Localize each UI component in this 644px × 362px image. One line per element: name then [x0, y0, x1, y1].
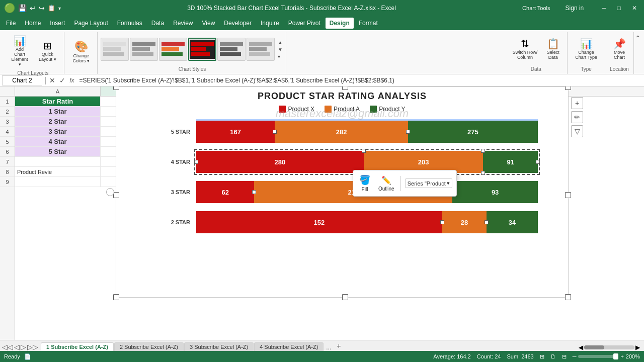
cell-a4[interactable]: 3 Star [15, 127, 101, 137]
zoom-slider[interactable] [578, 355, 618, 358]
view-page-break-button[interactable]: ⊟ [562, 353, 567, 360]
menu-power-pivot[interactable]: Power Pivot [284, 18, 325, 29]
bar-handle-4star-left[interactable] [194, 160, 198, 164]
sheet-nav-last[interactable]: ▷▷ [27, 343, 38, 351]
bar-segment-5star-y[interactable]: 275 [408, 121, 538, 143]
chart-elements-button[interactable]: + [571, 97, 583, 109]
bar-segment-4star-y[interactable]: 91 [483, 151, 538, 173]
row-num-7[interactable]: 7 [0, 157, 15, 167]
chart-style-2[interactable] [130, 38, 158, 61]
bar-segment-2star-y[interactable]: 34 [487, 211, 538, 233]
chart-handle-ml[interactable] [113, 192, 119, 198]
chart-handle-tl[interactable] [113, 86, 119, 90]
bar-handle-4star-top1[interactable] [362, 149, 366, 153]
bar-segment-4star-x[interactable]: 280 [196, 151, 364, 173]
bar-segment-2star-a[interactable]: 28 [442, 211, 487, 233]
scroll-left[interactable]: ◀ [579, 344, 583, 351]
bar-track-2star[interactable]: 152 28 34 [196, 211, 538, 233]
menu-insert[interactable]: Insert [46, 18, 69, 29]
bar-handle-2star-2[interactable] [485, 220, 489, 224]
fill-button[interactable]: 🪣 Fill [357, 173, 372, 193]
close-button[interactable]: ✕ [629, 5, 640, 12]
insert-function-icon[interactable]: fx [68, 77, 75, 84]
row-num-1[interactable]: 1 [0, 97, 15, 107]
row-num-3[interactable]: 3 [0, 117, 15, 127]
add-sheet-button[interactable]: + [334, 341, 344, 351]
change-colors-button[interactable]: 🎨 ChangeColors ▾ [69, 39, 94, 66]
chart-handle-bm[interactable] [342, 294, 348, 300]
legend-item-a[interactable]: Product A [325, 106, 360, 113]
chart-style-4[interactable] [188, 38, 216, 61]
chart-style-5[interactable] [217, 38, 246, 61]
menu-design[interactable]: Design [326, 18, 354, 29]
cell-a7[interactable] [15, 157, 101, 167]
bar-segment-5star-x[interactable]: 167 [196, 121, 275, 143]
menu-view[interactable]: View [198, 18, 219, 29]
context-popup[interactable]: 🪣 Fill ✏️ Outline Series "Product ▾ [353, 170, 457, 197]
menu-data[interactable]: Data [147, 18, 168, 29]
bar-segment-3star-x[interactable]: 62 [196, 181, 254, 203]
series-selector[interactable]: Series "Product ▾ [405, 178, 452, 188]
chart-handle-mr[interactable] [565, 192, 571, 198]
bar-handle-4star-bot2[interactable] [481, 171, 485, 175]
status-sheet-icon[interactable]: 📄 [24, 353, 31, 360]
customize-icon[interactable]: 📋 [48, 5, 55, 12]
scrollbar-track[interactable] [584, 345, 634, 349]
bar-handle-2star-1[interactable] [440, 220, 444, 224]
bar-handle-4star-right[interactable] [536, 160, 540, 164]
cell-a9[interactable] [15, 177, 101, 187]
signin-button[interactable]: Sign in [566, 5, 584, 12]
scroll-right[interactable]: ▶ [635, 344, 640, 351]
sheet-tab-3[interactable]: 3 Subscribe Excel (A-Z) [184, 342, 254, 351]
chart-style-3[interactable] [159, 38, 187, 61]
sheet-tab-4[interactable]: 4 Subscribe Excel (A-Z) [254, 342, 324, 351]
legend-item-x[interactable]: Product X [279, 106, 314, 113]
zoom-in-button[interactable]: + [620, 353, 623, 359]
cancel-formula-icon[interactable]: ✕ [48, 76, 56, 84]
menu-formulas[interactable]: Formulas [113, 18, 146, 29]
menu-inquire[interactable]: Inquire [257, 18, 283, 29]
row-num-4[interactable]: 4 [0, 127, 15, 137]
chart-area[interactable]: PRODUCT STAR RATING ANALYSIS masterexcel… [116, 86, 569, 298]
view-normal-button[interactable]: ⊞ [540, 353, 544, 360]
quick-layout-button[interactable]: ⊞ QuickLayout ▾ [35, 38, 60, 64]
add-chart-element-button[interactable]: 📊 Add ChartElement ▾ [6, 33, 33, 69]
chart-style-1[interactable] [101, 38, 129, 61]
minimize-button[interactable]: ─ [599, 5, 609, 12]
chart-styles-button[interactable]: ✏ [571, 111, 583, 123]
chart-handle-tr[interactable] [565, 86, 571, 90]
undo-icon[interactable]: ↩ [30, 4, 36, 12]
menu-developer[interactable]: Developer [220, 18, 256, 29]
row-num-8[interactable]: 8 [0, 167, 15, 177]
bar-handle-5star-1[interactable] [273, 130, 277, 134]
bar-segment-2star-x[interactable]: 152 [196, 211, 442, 233]
confirm-formula-icon[interactable]: ✓ [58, 76, 66, 84]
select-data-button[interactable]: 📋 SelectData [543, 36, 563, 62]
formula-input[interactable] [77, 75, 642, 85]
chart-style-6[interactable] [247, 38, 275, 61]
menu-format[interactable]: Format [355, 18, 382, 29]
bar-handle-3star-1[interactable] [252, 190, 256, 194]
sheet-tab-2[interactable]: 2 Subscribe Excel (A-Z) [114, 342, 184, 351]
chart-side-handle[interactable] [106, 188, 114, 196]
zoom-out-button[interactable]: ─ [573, 353, 577, 359]
row-num-5[interactable]: 5 [0, 137, 15, 147]
view-page-layout-button[interactable]: 🗋 [550, 353, 556, 359]
menu-review[interactable]: Review [169, 18, 197, 29]
cell-a5[interactable]: 4 Star [15, 137, 101, 147]
scroll-more-arrow[interactable]: ▾ [277, 53, 284, 60]
cell-a3[interactable]: 2 Star [15, 117, 101, 127]
sheet-nav-prev[interactable]: ◁ [14, 343, 20, 351]
outline-button[interactable]: ✏️ Outline [376, 174, 396, 193]
menu-home[interactable]: Home [21, 18, 45, 29]
redo-icon[interactable]: ↪ [39, 4, 45, 12]
cell-a1[interactable]: Star Ratin [15, 97, 101, 107]
bar-segment-5star-a[interactable]: 282 [275, 121, 408, 143]
bar-handle-5star-2[interactable] [406, 130, 410, 134]
sheet-nav-next[interactable]: ▷ [21, 343, 26, 351]
save-icon[interactable]: 💾 [18, 4, 27, 12]
row-num-9[interactable]: 9 [0, 177, 15, 187]
cell-a6[interactable]: 5 Star [15, 147, 101, 157]
chart-handle-bl[interactable] [113, 294, 119, 300]
sheet-nav-first[interactable]: ◁◁ [2, 343, 13, 351]
